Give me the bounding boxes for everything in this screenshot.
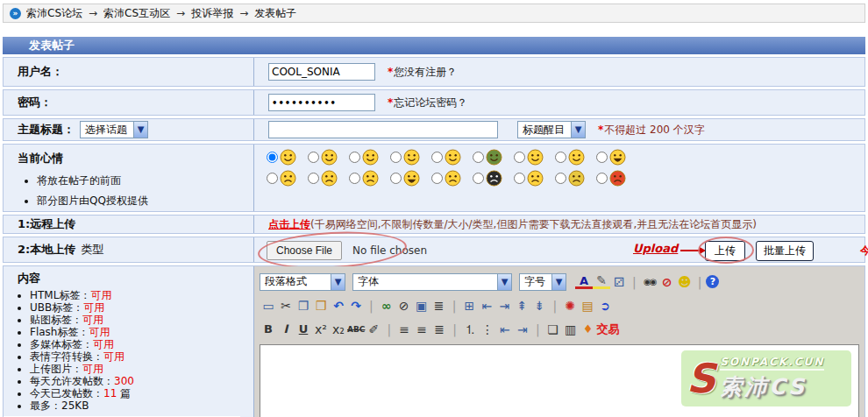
- choose-file-button[interactable]: Choose File: [267, 241, 342, 260]
- mood-option-smile[interactable]: [267, 149, 296, 166]
- mood-radio-snicker[interactable]: [308, 152, 319, 163]
- superscript-icon[interactable]: x²: [312, 322, 330, 337]
- mood-option-surprised[interactable]: [596, 149, 626, 166]
- topic-select[interactable]: 选择话题▼: [80, 121, 148, 138]
- mood-option-soldier[interactable]: [473, 149, 502, 166]
- highlight-icon[interactable]: ✎: [593, 275, 610, 289]
- breadcrumb-link[interactable]: 索沛CS互动区: [103, 7, 170, 19]
- breadcrumb-link[interactable]: 索沛CS论坛: [26, 7, 82, 19]
- mood-radio-cry[interactable]: [349, 173, 360, 184]
- mood-radio-naughty[interactable]: [514, 152, 525, 163]
- align-left-icon[interactable]: ≡: [395, 322, 413, 337]
- strikethrough-icon[interactable]: ABC: [347, 322, 365, 337]
- upload-button[interactable]: 上传: [705, 241, 745, 261]
- mood-radio-fury[interactable]: [596, 173, 608, 184]
- align-right-icon[interactable]: ≣: [430, 322, 448, 337]
- breadcrumb-link[interactable]: 投诉举报: [191, 7, 233, 19]
- mood-radio-tongue[interactable]: [431, 152, 443, 163]
- username-hint[interactable]: *您没有注册？: [388, 65, 457, 80]
- mood-radio-sad[interactable]: [514, 173, 525, 184]
- insert-comment-icon[interactable]: ➲: [596, 298, 614, 314]
- insert-table-icon[interactable]: ⊞: [460, 298, 478, 314]
- mood-option-penguin[interactable]: [473, 170, 502, 187]
- mood-radio-dizzy[interactable]: [267, 173, 278, 184]
- mood-radio-soldier[interactable]: [473, 152, 484, 163]
- remote-upload-link[interactable]: 点击上传: [268, 217, 310, 232]
- mood-radio-surprised[interactable]: [596, 152, 608, 163]
- find-icon[interactable]: ◉◉: [641, 274, 658, 290]
- insert-media-icon[interactable]: ▤: [579, 298, 596, 314]
- undo-icon[interactable]: ↶: [330, 298, 347, 314]
- subscript-icon[interactable]: x₂: [330, 322, 347, 337]
- cut-icon[interactable]: ✂: [277, 298, 295, 314]
- mood-option-snicker[interactable]: [308, 149, 338, 166]
- bold-icon[interactable]: B: [260, 322, 277, 337]
- mood-option-hammer[interactable]: [555, 170, 585, 187]
- mood-radio-penguin[interactable]: [473, 173, 484, 184]
- username-input[interactable]: [268, 63, 375, 81]
- mood-option-sweat[interactable]: [431, 170, 461, 187]
- eraser-icon[interactable]: ✐: [365, 322, 382, 337]
- paste-word-blocked-icon[interactable]: ⊘: [658, 274, 676, 290]
- mood-radio-wail[interactable]: [390, 173, 402, 184]
- chevron-down-icon: ▼: [571, 122, 585, 138]
- insert-image-icon[interactable]: ▣: [413, 298, 430, 314]
- mood-option-wail[interactable]: [390, 170, 420, 187]
- mood-option-naughty[interactable]: [514, 149, 544, 166]
- mood-radio-hammer[interactable]: [555, 173, 566, 184]
- mood-radio-love[interactable]: [390, 152, 402, 163]
- new-document-icon[interactable]: ▭: [260, 298, 277, 314]
- emoticon-icon[interactable]: ☻: [676, 274, 694, 290]
- trade-label[interactable]: 交易: [597, 322, 620, 337]
- underline-icon[interactable]: U: [295, 322, 312, 337]
- mood-radio-angry[interactable]: [308, 173, 319, 184]
- font-family-select[interactable]: 字体▼: [352, 273, 512, 291]
- mood-option-tongue[interactable]: [431, 149, 461, 166]
- insert-row-icon[interactable]: ⇤: [478, 298, 495, 314]
- code-icon[interactable]: ▥: [562, 322, 580, 337]
- mood-option-love[interactable]: [390, 149, 420, 166]
- redo-icon[interactable]: ↷: [347, 298, 365, 314]
- align-center-icon[interactable]: ≡: [413, 322, 430, 337]
- delete-column-icon[interactable]: ⇟: [530, 298, 548, 314]
- quote-icon[interactable]: ❏: [544, 322, 562, 337]
- breadcrumb-link[interactable]: 发表帖子: [254, 7, 296, 19]
- mood-option-angry[interactable]: [308, 170, 338, 187]
- font-size-select[interactable]: 字号▼: [519, 273, 566, 291]
- insert-link-icon[interactable]: ∞: [378, 298, 395, 314]
- mood-option-blush[interactable]: [349, 149, 379, 166]
- numbered-list-icon[interactable]: ⒈: [461, 322, 479, 337]
- copy-icon[interactable]: ❐: [295, 298, 312, 314]
- mood-radio-blush[interactable]: [349, 152, 360, 163]
- mood-option-sad[interactable]: [514, 170, 544, 187]
- insert-flash-icon[interactable]: ✺: [561, 298, 579, 314]
- subject-title-input[interactable]: [268, 121, 498, 138]
- horizontal-rule-icon[interactable]: ≣: [430, 298, 448, 314]
- font-color-icon[interactable]: A: [575, 275, 593, 289]
- paragraph-format-select[interactable]: 段落格式▼: [260, 273, 345, 291]
- mood-option-sleepy[interactable]: [555, 149, 585, 166]
- delete-row-icon[interactable]: ⇞: [513, 298, 530, 314]
- title-style-select[interactable]: 标题醒目▼: [517, 121, 586, 138]
- editor-text-area[interactable]: S SONPACK.CUN 索沛CS: [260, 344, 859, 417]
- mood-radio-sleepy[interactable]: [555, 152, 566, 163]
- remove-link-icon[interactable]: ⊘: [395, 298, 413, 314]
- insert-column-icon[interactable]: ⇥: [495, 298, 513, 314]
- batch-upload-button[interactable]: 批量上传: [756, 241, 814, 261]
- mood-option-dizzy[interactable]: [267, 170, 296, 187]
- password-input[interactable]: [268, 94, 375, 111]
- bullet-list-icon[interactable]: ⋮: [479, 322, 496, 337]
- indent-icon[interactable]: ⇥: [514, 322, 531, 337]
- mood-radio-smile[interactable]: [267, 152, 278, 163]
- help-icon[interactable]: ?: [706, 275, 719, 288]
- outdent-icon[interactable]: ⇤: [496, 322, 514, 337]
- italic-icon[interactable]: I: [277, 322, 295, 337]
- password-hint[interactable]: *忘记论坛密码？: [388, 95, 467, 110]
- mood-option-cry[interactable]: [349, 170, 379, 187]
- mood-option-fury[interactable]: [596, 170, 626, 187]
- mood-radio-sweat[interactable]: [431, 173, 443, 184]
- breadcrumb-separator: →: [89, 7, 97, 19]
- trade-shield-icon[interactable]: ♦: [580, 322, 597, 337]
- paste-icon[interactable]: ❒: [312, 298, 330, 314]
- special-char-icon[interactable]: ⚂: [610, 274, 628, 290]
